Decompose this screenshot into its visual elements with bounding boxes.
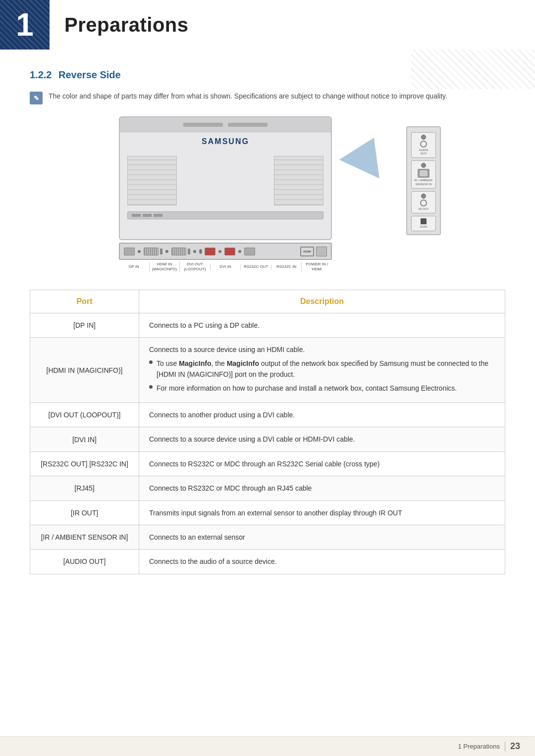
table-header-description: Description — [139, 290, 505, 313]
power-hdmi-area: HDMI — [300, 247, 327, 256]
dvi-in-label: DVI IN — [210, 264, 241, 269]
ambient-sensor-label: IR / AMBIENTSENSOR IN — [414, 179, 432, 186]
footer-section-label: 1 Preparations — [458, 743, 500, 750]
connector-strip: HDMI DP IN HDMI IN(MAGICINFO) DVI OUT(LO… — [119, 243, 332, 275]
note-icon: ✎ — [30, 92, 43, 104]
chapter-number-block: 1 — [0, 0, 50, 50]
table-row: [IR OUT]Transmits input signals from an … — [30, 501, 505, 525]
description-cell-5: Connects to RS232C or MDC through an RJ4… — [139, 476, 505, 501]
bullet-dot-1-0 — [149, 360, 153, 364]
audio-out-button: AUDIOOUT — [411, 132, 436, 158]
sep-dot-1 — [138, 250, 141, 253]
dvi-out-connector — [171, 248, 190, 255]
highlight-arrow — [339, 128, 394, 178]
table-row: [IR / AMBIENT SENSOR IN]Connects to an e… — [30, 525, 505, 549]
footer-separator — [505, 742, 505, 752]
section-id: 1.2.2 — [30, 69, 52, 80]
audio-out-dot — [421, 135, 426, 140]
bullet-item-1-1: For more information on how to purchase … — [149, 383, 495, 394]
monitor-bottom-bar — [127, 211, 323, 219]
description-cell-7: Connects to an external sensor — [139, 525, 505, 549]
dvi-out-tab — [188, 249, 190, 254]
table-row: [AUDIO OUT]Connects to the audio of a so… — [30, 550, 505, 574]
monitor-body — [120, 149, 331, 213]
bullet-text-1-0: To use MagicInfo, the MagicInfo output o… — [157, 358, 495, 380]
port-cell-3: [DVI IN] — [30, 427, 139, 452]
dvi-out-port — [171, 248, 186, 255]
dvi-circle — [199, 249, 202, 254]
diagram-wrapper: SAMSUNG AUD — [94, 116, 441, 275]
ventilation-grid-right — [274, 156, 323, 205]
dp-in-label: DP IN — [119, 264, 149, 269]
ambient-sensor-button: IR / AMBIENTSENSOR IN — [411, 160, 436, 188]
note-text: The color and shape of parts may differ … — [49, 91, 447, 101]
description-text-8: Connects to the audio of a source device… — [149, 556, 495, 567]
sep-dot-4 — [218, 250, 221, 253]
port-cell-7: [IR / AMBIENT SENSOR IN] — [30, 525, 139, 549]
port-table: Port Description [DP IN]Connects to a PC… — [30, 290, 505, 574]
monitor-back-view: SAMSUNG — [119, 116, 332, 240]
bullet-text-1-1: For more information on how to purchase … — [157, 383, 457, 394]
bar-notch-2 — [143, 214, 152, 217]
rj45-square — [421, 218, 427, 224]
page-footer: 1 Preparations 23 — [0, 736, 535, 756]
sep-dot-3 — [193, 250, 196, 253]
dp-in-port — [124, 248, 135, 255]
bar-notch-3 — [154, 214, 162, 217]
table-row: [RJ45]Connects to RS232C or MDC through … — [30, 476, 505, 501]
side-panel-buttons: AUDIOOUT IR / AMBIENTSENSOR IN IR OUT — [406, 126, 441, 235]
power-socket — [316, 247, 327, 256]
table-row: [DP IN]Connects to a PC using a DP cable… — [30, 313, 505, 338]
table-row: [DVI OUT (LOOPOUT)]Connects to another p… — [30, 403, 505, 427]
ambient-dot — [421, 163, 426, 168]
dvi-out-label: DVI OUT(LOOPOUT) — [179, 262, 210, 272]
chapter-number: 1 — [16, 6, 34, 43]
hdmi-tab — [160, 249, 162, 254]
ventilation-grid-left — [127, 156, 177, 205]
ambient-sensor-inner — [420, 170, 428, 176]
hdmi-in-port — [144, 248, 159, 255]
dp-in-connector — [124, 248, 135, 255]
rs232c-out-connector — [224, 248, 235, 255]
port-cell-5: [RJ45] — [30, 476, 139, 501]
page-header: 1 Preparations — [0, 0, 535, 50]
rj45-button: RJ45 — [411, 216, 436, 231]
description-text-3: Connects to a source device using a DVI … — [149, 434, 495, 445]
table-header-port: Port — [30, 290, 139, 313]
rs232c-out-port — [224, 248, 235, 255]
description-text-7: Connects to an external sensor — [149, 532, 495, 543]
description-text-1: Connects to a source device using an HDM… — [149, 344, 495, 355]
table-row: [RS232C OUT] [RS232C IN]Connects to RS23… — [30, 452, 505, 476]
sep-dot-5 — [238, 250, 241, 253]
note-box: ✎ The color and shape of parts may diffe… — [30, 91, 505, 104]
ir-out-label: IR OUT — [419, 207, 428, 211]
description-cell-4: Connects to RS232C or MDC through an RS2… — [139, 452, 505, 476]
connector-labels-row: DP IN HDMI IN(MAGICINFO) DVI OUT(LOOPOUT… — [119, 260, 332, 272]
ambient-sensor-icon — [418, 169, 429, 178]
table-row: [DVI IN]Connects to a source device usin… — [30, 427, 505, 452]
hdmi-label-box: HDMI — [300, 247, 314, 256]
ir-out-button: IR OUT — [411, 191, 436, 213]
audio-out-circle — [420, 141, 427, 148]
section-name: Reverse Side — [58, 69, 121, 80]
hdmi-in-connector — [144, 248, 162, 255]
rs232c-in-port — [244, 248, 255, 255]
description-cell-2: Connects to another product using a DVI … — [139, 403, 505, 427]
description-text-0: Connects to a PC using a DP cable. — [149, 320, 495, 331]
description-cell-3: Connects to a source device using a DVI … — [139, 427, 505, 452]
ir-out-circle — [420, 200, 427, 206]
table-row: [HDMI IN (MAGICINFO)]Connects to a sourc… — [30, 338, 505, 403]
description-cell-8: Connects to the audio of a source device… — [139, 550, 505, 574]
port-cell-0: [DP IN] — [30, 313, 139, 338]
description-text-6: Transmits input signals from an external… — [149, 507, 495, 518]
port-cell-2: [DVI OUT (LOOPOUT)] — [30, 403, 139, 427]
chapter-title: Preparations — [64, 14, 189, 36]
dvi-in-connector — [199, 248, 215, 255]
device-diagram: SAMSUNG AUD — [30, 116, 505, 275]
description-text-5: Connects to RS232C or MDC through an RJ4… — [149, 483, 495, 494]
description-cell-0: Connects to a PC using a DP cable. — [139, 313, 505, 338]
main-content: 1.2.2 Reverse Side ✎ The color and shape… — [0, 50, 535, 604]
description-cell-6: Transmits input signals from an external… — [139, 501, 505, 525]
sep-dot-2 — [165, 250, 168, 253]
connector-row: HDMI — [119, 243, 332, 260]
